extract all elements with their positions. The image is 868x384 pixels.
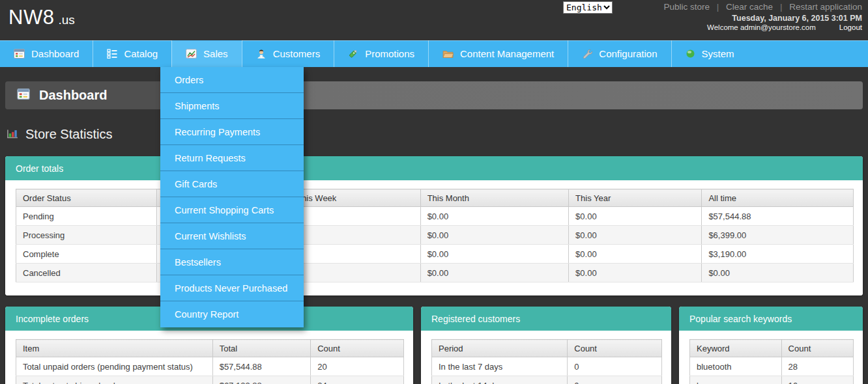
main-content: Dashboard Store Statistics Order totals … [0,81,868,384]
logo-text: NW8 [8,6,54,29]
cell: $0.00 [420,264,568,282]
cell: 0 [568,376,662,384]
bottom-panels-row: Incomplete orders Item Total Count Total… [5,307,863,384]
menu-item-products-never-purchased[interactable]: Products Never Purchased [160,275,304,301]
cell: 20 [311,357,404,376]
registered-customers-table: Period Count In the last 7 days 0 In the… [431,339,662,384]
col-this-week: This Week [290,189,420,207]
nav-item-promotions[interactable]: Promotions [334,40,428,67]
nav-label: Configuration [599,48,657,59]
col-order-status: Order Status [16,189,157,207]
clear-cache-link[interactable]: Clear cache [726,2,773,12]
logout-link[interactable]: Logout [839,23,862,31]
menu-item-bestsellers[interactable]: Bestsellers [160,249,304,275]
menu-item-current-shopping-carts[interactable]: Current Shopping Carts [160,197,304,223]
nav-item-sales[interactable]: Sales [171,40,242,67]
menu-item-return-requests[interactable]: Return Requests [160,145,304,171]
order-totals-header: Order totals [5,156,863,180]
cell: Cancelled [16,264,157,282]
cell: $57,544.88 [212,357,311,376]
incomplete-orders-body: Item Total Count Total unpaid orders (pe… [5,331,413,384]
col-count: Count [781,340,853,357]
section-heading: Store Statistics [7,126,863,143]
cell [290,245,420,264]
nav-item-content-management[interactable]: Content Management [428,40,568,67]
menu-item-country-report[interactable]: Country Report [160,301,304,327]
cell: Complete [16,245,157,264]
table-row-complete: Complete $0.00 $0.00 $3,190.00 [16,245,854,264]
cell: $67,133.88 [212,376,311,384]
cell: $0.00 [420,245,568,264]
cell: $0.00 [702,264,854,282]
nav-label: Sales [203,48,228,59]
table-row: Total unpaid orders (pending payment sta… [16,357,404,376]
table-header-row: Item Total Count [16,340,404,357]
menu-item-recurring-payments[interactable]: Recurring Payments [160,119,304,145]
configuration-wrench-icon [582,49,592,59]
cell: Processing [16,226,157,245]
menu-item-current-wishlists[interactable]: Current Wishlists [160,223,304,249]
page-title: Dashboard [39,88,107,103]
bar-chart-icon [7,127,18,142]
order-totals-table: Order Status This Week This Month This Y… [16,189,854,282]
nav-label: Promotions [365,48,414,59]
cell [290,226,420,245]
nav-item-system[interactable]: System [671,40,748,67]
table-row: bluetooth 28 [690,357,854,376]
cell: 34 [311,376,404,384]
cell: 0 [568,357,662,376]
public-store-link[interactable]: Public store [664,2,710,12]
cell [290,207,420,226]
top-header: NW8.us English Public store | Clear cach… [0,0,868,40]
col-keyword: Keyword [690,340,782,357]
order-totals-panel: Order totals Order Status This Week This… [5,156,863,295]
table-row-processing: Processing $0.00 $0.00 $6,399.00 [16,226,854,245]
cell: $0.00 [569,226,702,245]
table-row-cancelled: Cancelled $0.00 $0.00 $0.00 [16,264,854,282]
cell: bag [690,376,782,384]
table-row: In the last 14 days 0 [432,376,662,384]
cell: $0.00 [420,226,568,245]
restart-application-link[interactable]: Restart application [789,2,862,12]
menu-item-shipments[interactable]: Shipments [160,93,304,119]
cell: $0.00 [420,207,568,226]
popular-search-keywords-panel: Popular search keywords Keyword Count bl… [679,307,863,384]
link-separator: | [717,2,719,12]
nav-label: Customers [273,48,321,59]
table-row: bag 16 [690,376,854,384]
table-header-row: Keyword Count [690,340,854,357]
nav-label: Dashboard [31,48,79,59]
store-logo[interactable]: NW8.us [8,6,75,29]
cell: bluetooth [690,357,782,376]
popular-search-keywords-body: Keyword Count bluetooth 28 bag 16 [679,331,863,384]
cell [290,264,420,282]
col-total: Total [212,340,311,357]
nav-label: System [702,48,734,59]
welcome-text: Welcome admin@yourstore.com [707,23,816,31]
nav-item-customers[interactable]: Customers [242,40,334,67]
language-select[interactable]: English [563,1,613,14]
col-all-time: All time [702,189,854,207]
cell: In the last 7 days [432,357,568,376]
page-title-bar: Dashboard [5,81,863,109]
nav-item-dashboard[interactable]: Dashboard [0,40,93,67]
main-navbar: Dashboard Catalog Sales Customers Promot… [0,40,868,67]
col-count: Count [311,340,404,357]
sales-dropdown-menu: Orders Shipments Recurring Payments Retu… [160,67,304,327]
content-folder-icon [442,49,454,59]
welcome-row: Welcome admin@yourstore.com Logout [707,23,862,31]
incomplete-orders-table: Item Total Count Total unpaid orders (pe… [16,339,404,384]
menu-item-gift-cards[interactable]: Gift Cards [160,171,304,197]
registered-customers-panel: Registered customers Period Count In the… [421,307,671,384]
col-count: Count [568,340,662,357]
cell: In the last 14 days [432,376,568,384]
menu-item-orders[interactable]: Orders [160,67,304,93]
col-this-month: This Month [420,189,568,207]
nav-item-configuration[interactable]: Configuration [568,40,671,67]
nav-item-catalog[interactable]: Catalog [93,40,171,67]
cell: Total not yet shipped orders [16,376,213,384]
cell: Pending [16,207,157,226]
current-datetime: Tuesday, January 6, 2015 3:01 PM [732,14,862,23]
dashboard-table-icon [17,89,30,102]
cell: $57,544.88 [702,207,854,226]
